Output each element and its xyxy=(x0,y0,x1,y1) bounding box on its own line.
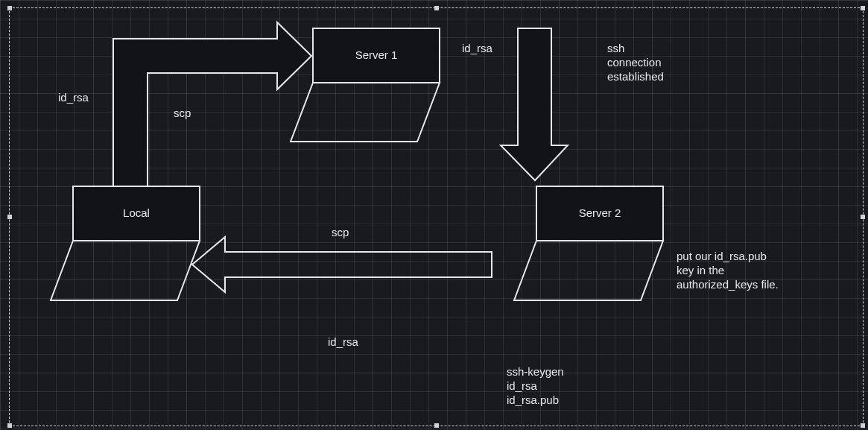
arrow-server1-to-server2 xyxy=(501,28,568,180)
label-keygen: ssh-keygen id_rsa id_rsa.pub xyxy=(507,365,564,407)
label-id-rsa-left: id_rsa xyxy=(58,91,89,105)
svg-marker-3 xyxy=(291,83,440,142)
arrow-local-to-server1 xyxy=(113,22,311,186)
node-server2: Server 2 xyxy=(514,186,663,300)
svg-marker-1 xyxy=(51,241,200,300)
label-id-rsa-bottom: id_rsa xyxy=(328,335,358,350)
diagram-canvas: Local Server 1 Server 2 id_rsa scp id_rs… xyxy=(0,0,868,430)
label-put-pub: put our id_rsa.pub key in the authorized… xyxy=(677,250,779,291)
node-local-label: Local xyxy=(123,206,150,219)
label-scp-bottom: scp xyxy=(332,226,349,240)
node-server1-label: Server 1 xyxy=(355,48,398,61)
label-ssh-established: ssh connection established xyxy=(607,42,664,83)
node-local: Local xyxy=(51,186,200,300)
label-id-rsa-top: id_rsa xyxy=(462,42,492,56)
svg-marker-5 xyxy=(514,241,663,300)
arrow-server2-to-local xyxy=(192,237,492,292)
label-scp-elbow: scp xyxy=(174,107,191,121)
node-server1: Server 1 xyxy=(291,28,440,142)
node-server2-label: Server 2 xyxy=(579,206,621,219)
diagram-svg: Local Server 1 Server 2 xyxy=(0,0,868,430)
